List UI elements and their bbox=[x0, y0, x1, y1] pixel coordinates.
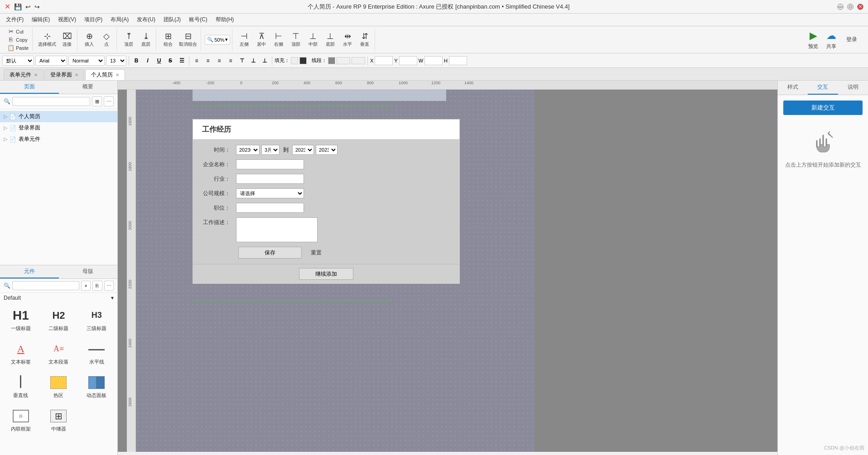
tab-style[interactable]: 样式 bbox=[778, 81, 808, 95]
comp-inline-frame[interactable]: ⊟ 内联框架 bbox=[4, 405, 38, 435]
comp-h1[interactable]: H1 一级标题 bbox=[4, 305, 38, 335]
undo-icon[interactable]: ↩ bbox=[25, 3, 31, 10]
align-left-button[interactable]: ⊣ 左侧 bbox=[236, 30, 252, 50]
align-right-text-button[interactable]: ≡ bbox=[214, 56, 224, 66]
point-button[interactable]: ◇ 点 bbox=[98, 30, 115, 50]
select-mode-button[interactable]: ⊹ 选择模式 bbox=[36, 30, 58, 50]
page-item-login[interactable]: ▷ 📄 登录界面 bbox=[0, 122, 117, 134]
italic-button[interactable]: I bbox=[143, 56, 153, 66]
minimize-button[interactable]: — bbox=[837, 4, 844, 10]
menu-project[interactable]: 项目(P) bbox=[81, 14, 106, 25]
align-bottom-text-button[interactable]: ⊥ bbox=[260, 56, 270, 66]
comp-text-para[interactable]: A≡ 文本段落 bbox=[42, 338, 76, 368]
position-input[interactable] bbox=[236, 203, 304, 213]
top-layer-button[interactable]: ⤒ 顶层 bbox=[121, 30, 137, 50]
copy-button[interactable]: ⎘ Copy bbox=[5, 36, 30, 43]
menu-help[interactable]: 帮助(H) bbox=[212, 14, 238, 25]
save-button[interactable]: 保存 bbox=[238, 247, 302, 259]
menu-publish[interactable]: 发布(U) bbox=[133, 14, 159, 25]
comp-dynamic-panel[interactable]: 动态面板 bbox=[79, 372, 114, 402]
tab-notes[interactable]: 说明 bbox=[838, 81, 868, 95]
company-size-select[interactable]: 请选择 bbox=[236, 188, 304, 198]
comp-copy-button[interactable]: ⎘ bbox=[92, 281, 102, 291]
menu-file[interactable]: 文件(F) bbox=[2, 14, 27, 25]
comp-group-chevron[interactable]: ▾ bbox=[111, 295, 114, 301]
page-item-resume[interactable]: ▷ 📄 个人简历 bbox=[0, 111, 117, 122]
uncombine-button[interactable]: ⊟ 取消组合 bbox=[177, 30, 199, 50]
page-item-form[interactable]: ▷ 📄 表单元件 bbox=[0, 134, 117, 145]
comp-search-input[interactable] bbox=[12, 281, 79, 290]
bottom-layer-button[interactable]: ⤓ 底层 bbox=[138, 30, 154, 50]
redo-icon[interactable]: ↪ bbox=[34, 3, 40, 10]
description-textarea[interactable] bbox=[236, 217, 318, 242]
distribute-horizontal-button[interactable]: ⇹ 水平 bbox=[339, 30, 356, 50]
tab-components[interactable]: 元件 bbox=[0, 265, 59, 278]
style-select[interactable]: 默认 bbox=[2, 56, 34, 66]
from-month-select[interactable]: 3月 bbox=[261, 145, 280, 155]
add-comp-button[interactable]: + bbox=[81, 281, 91, 291]
company-input[interactable] bbox=[236, 159, 304, 169]
tab-resume[interactable]: 个人简历 ✕ bbox=[85, 69, 125, 80]
tab-pages[interactable]: 页面 bbox=[0, 81, 59, 94]
stroke-style-swatch[interactable] bbox=[337, 57, 350, 64]
reset-button[interactable]: 重置 bbox=[311, 249, 322, 257]
stroke-end-swatch[interactable] bbox=[352, 57, 365, 64]
to-year-select[interactable]: 2023 bbox=[292, 145, 314, 155]
menu-account[interactable]: 账号(C) bbox=[185, 14, 211, 25]
menu-view[interactable]: 视图(V) bbox=[54, 14, 80, 25]
cut-button[interactable]: ✂ Cut bbox=[5, 28, 30, 35]
tab-masters[interactable]: 母版 bbox=[59, 265, 118, 278]
page-search-input[interactable] bbox=[12, 97, 90, 106]
canvas-area[interactable]: -400 -200 0 200 400 600 800 1000 1200 14… bbox=[118, 81, 777, 452]
tab-close-resume[interactable]: ✕ bbox=[116, 72, 119, 77]
insert-button[interactable]: ⊕ 插入 bbox=[81, 30, 97, 50]
align-center-button[interactable]: ⊼ 居中 bbox=[253, 30, 270, 50]
preview-button[interactable]: ▶ 预览 bbox=[805, 28, 822, 52]
close-button[interactable]: ✕ bbox=[857, 4, 863, 10]
menu-team[interactable]: 团队(J) bbox=[160, 14, 184, 25]
comp-h2[interactable]: H2 二级标题 bbox=[42, 305, 76, 335]
strikethrough-button[interactable]: S bbox=[165, 56, 175, 66]
align-bottom-button[interactable]: ⊥ 底部 bbox=[322, 30, 338, 50]
add-more-button[interactable]: 继续添加 bbox=[299, 268, 353, 280]
menu-edit[interactable]: 编辑(E) bbox=[28, 14, 53, 25]
tab-form-components[interactable]: 表单元件 ✕ bbox=[4, 69, 43, 80]
zoom-control[interactable]: 🔍 50% ▾ bbox=[205, 35, 230, 45]
align-center-text-button[interactable]: ≡ bbox=[203, 56, 213, 66]
font-size-select[interactable]: 13 bbox=[106, 56, 126, 66]
align-top-button[interactable]: ⊤ 顶部 bbox=[288, 30, 304, 50]
h-input[interactable] bbox=[449, 56, 467, 65]
tab-outline[interactable]: 概要 bbox=[59, 81, 118, 94]
align-right-button[interactable]: ⊢ 右侧 bbox=[270, 30, 287, 50]
tab-close-login[interactable]: ✕ bbox=[75, 72, 78, 77]
comp-more-button[interactable]: ⋯ bbox=[104, 281, 114, 291]
x-input[interactable] bbox=[375, 56, 393, 65]
comp-text-label[interactable]: A 文本标签 bbox=[4, 338, 38, 368]
distribute-vertical-button[interactable]: ⇵ 垂直 bbox=[357, 30, 373, 50]
page-options-button[interactable]: ⋯ bbox=[104, 96, 114, 106]
comp-hotzone[interactable]: 热区 bbox=[42, 372, 76, 402]
y-input[interactable] bbox=[399, 56, 417, 65]
login-button[interactable]: 登录 bbox=[841, 34, 863, 45]
align-left-text-button[interactable]: ≡ bbox=[192, 56, 202, 66]
save-icon[interactable]: 💾 bbox=[14, 3, 22, 10]
stroke-color-swatch[interactable] bbox=[328, 57, 335, 64]
add-page-button[interactable]: ⊞ bbox=[92, 96, 102, 106]
tab-interaction[interactable]: 交互 bbox=[808, 81, 838, 95]
comp-relay[interactable]: ⊞ 中继器 bbox=[42, 405, 76, 435]
underline-button[interactable]: U bbox=[154, 56, 164, 66]
bold-button[interactable]: B bbox=[131, 56, 141, 66]
menu-layout[interactable]: 布局(A) bbox=[107, 14, 132, 25]
industry-input[interactable] bbox=[236, 174, 304, 184]
fill-color-swatch[interactable] bbox=[291, 57, 298, 64]
align-middle-button[interactable]: ⊥ 中部 bbox=[305, 30, 321, 50]
tab-login-page[interactable]: 登录界面 ✕ bbox=[44, 69, 84, 80]
style-mode-select[interactable]: Normal bbox=[68, 56, 105, 66]
to-month-select[interactable]: 2023 bbox=[316, 145, 338, 155]
font-select[interactable]: Arial bbox=[35, 56, 67, 66]
align-justify-text-button[interactable]: ≡ bbox=[226, 56, 236, 66]
from-year-select[interactable]: 2023年 bbox=[236, 145, 260, 155]
comp-horiz-line[interactable]: 水平线 bbox=[79, 338, 114, 368]
new-interaction-button[interactable]: 新建交互 bbox=[783, 101, 863, 115]
align-top-text-button[interactable]: ⊤ bbox=[237, 56, 247, 66]
